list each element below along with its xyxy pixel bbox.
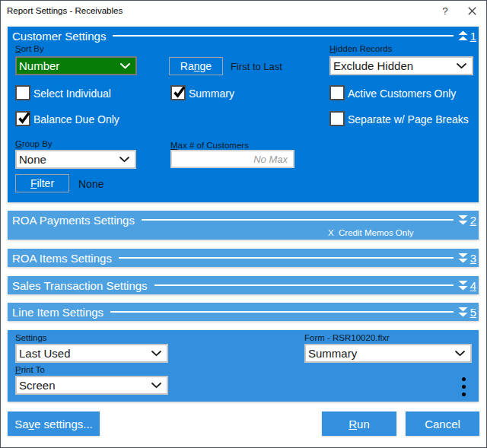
settings-select[interactable]: Last Used — [15, 344, 168, 363]
button-label: Run — [349, 418, 370, 431]
select-value: Number — [19, 59, 59, 72]
section-number[interactable]: 1 — [470, 30, 476, 43]
separate-page-breaks-checkbox[interactable] — [329, 111, 345, 126]
hidden-records-label: Hidden Records — [329, 44, 392, 53]
print-to-select[interactable]: Screen — [15, 376, 168, 395]
hidden-records-select[interactable]: Exclude Hidden — [329, 56, 473, 75]
chevron-down-icon — [455, 351, 465, 357]
select-value: None — [19, 153, 46, 166]
section-title: Line Item Settings — [12, 306, 103, 319]
max-customers-input[interactable] — [172, 151, 293, 167]
section-rule — [154, 284, 454, 286]
window-title: Report Settings - Receivables — [7, 6, 123, 15]
filter-value: None — [78, 178, 103, 190]
group-by-label: Group By — [15, 139, 53, 148]
active-customers-only-label[interactable]: Active Customers Only — [348, 87, 456, 100]
range-button[interactable]: Range — [169, 57, 223, 75]
collapse-chevron-up-icon[interactable] — [458, 30, 468, 41]
roa-payments-settings-bar: ROA Payments Settings 2 X Credit Memos O… — [8, 211, 479, 240]
sales-transaction-settings-header[interactable]: Sales Transaction Settings 4 — [8, 276, 479, 294]
line-item-settings-bar: Line Item Settings 5 — [8, 303, 479, 321]
expand-chevron-down-icon[interactable] — [458, 253, 468, 263]
roa-items-settings-bar: ROA Items Settings 3 — [8, 249, 479, 267]
sales-transaction-settings-bar: Sales Transaction Settings 4 — [8, 276, 479, 294]
more-options-button[interactable] — [460, 377, 467, 396]
max-customers-label: Max # of Customers — [170, 141, 249, 150]
max-customers-input-wrap — [170, 150, 294, 168]
summary-checkbox[interactable] — [170, 85, 186, 100]
ellipsis-dot — [462, 392, 466, 396]
roa-items-settings-header[interactable]: ROA Items Settings 3 — [8, 249, 479, 267]
button-label: Range — [180, 60, 212, 72]
report-settings-window: Report Settings - Receivables ? Customer… — [0, 0, 487, 448]
button-label: Cancel — [425, 418, 460, 431]
checkmark-icon — [171, 84, 188, 100]
select-individual-checkbox[interactable] — [15, 85, 30, 100]
section-title: ROA Items Settings — [12, 252, 112, 265]
select-value: Exclude Hidden — [333, 59, 413, 72]
settings-label: Settings — [15, 333, 47, 342]
range-value: First to Last — [231, 61, 282, 72]
section-rule — [142, 219, 454, 221]
chevron-down-icon — [151, 351, 161, 357]
expand-chevron-down-icon[interactable] — [458, 214, 468, 225]
section-number[interactable]: 4 — [470, 279, 476, 292]
help-button[interactable]: ? — [433, 1, 457, 21]
chevron-down-icon — [120, 63, 130, 69]
expand-chevron-down-icon[interactable] — [458, 307, 468, 317]
customer-settings-header[interactable]: Customer Settings 1 — [8, 27, 479, 45]
close-icon — [468, 7, 476, 15]
print-to-label: Print To — [15, 365, 45, 374]
chevron-down-icon — [119, 157, 129, 163]
output-settings-panel: Settings Last Used Form - RSR10020.flxr … — [8, 330, 479, 402]
close-button[interactable] — [460, 1, 484, 21]
credit-memos-note: X Credit Memos Only — [328, 228, 413, 237]
group-by-select[interactable]: None — [15, 150, 136, 169]
form-select[interactable]: Summary — [304, 344, 472, 363]
balance-due-only-checkbox[interactable] — [15, 111, 30, 126]
select-value: Screen — [19, 379, 56, 392]
section-title: Customer Settings — [12, 30, 106, 43]
section-number[interactable]: 2 — [470, 214, 476, 227]
ellipsis-dot — [462, 377, 466, 381]
section-title: ROA Payments Settings — [12, 214, 135, 227]
section-number[interactable]: 3 — [470, 252, 476, 265]
section-rule — [110, 311, 454, 313]
separate-page-breaks-label[interactable]: Separate w/ Page Breaks — [348, 113, 469, 126]
run-button[interactable]: Run — [322, 411, 396, 436]
roa-payments-settings-header[interactable]: ROA Payments Settings 2 — [8, 211, 479, 229]
filter-button[interactable]: Filter — [15, 174, 69, 192]
section-title: Sales Transaction Settings — [12, 279, 148, 292]
active-customers-only-checkbox[interactable] — [329, 85, 345, 100]
titlebar: Report Settings - Receivables ? — [1, 1, 486, 23]
cancel-button[interactable]: Cancel — [406, 411, 479, 436]
sort-by-select[interactable]: Number — [15, 56, 137, 75]
checkmark-icon — [16, 110, 33, 126]
button-label: Filter — [30, 177, 54, 189]
line-item-settings-header[interactable]: Line Item Settings 5 — [8, 303, 479, 321]
chevron-down-icon — [457, 63, 466, 69]
section-rule — [113, 35, 453, 37]
button-label: Save settings... — [14, 418, 93, 431]
chevron-down-icon — [151, 383, 161, 389]
select-individual-label[interactable]: Select Individual — [33, 87, 111, 100]
ellipsis-dot — [462, 385, 466, 389]
balance-due-only-label[interactable]: Balance Due Only — [33, 113, 119, 126]
form-label: Form - RSR10020.flxr — [304, 333, 390, 342]
customer-settings-panel: Customer Settings 1 Sort By Number Range… — [8, 27, 479, 202]
expand-chevron-down-icon[interactable] — [458, 280, 468, 291]
section-rule — [119, 257, 454, 259]
save-settings-button[interactable]: Save settings... — [8, 411, 100, 436]
summary-label[interactable]: Summary — [189, 87, 234, 100]
section-number[interactable]: 5 — [470, 306, 476, 319]
select-value: Last Used — [19, 347, 71, 360]
select-value: Summary — [308, 347, 357, 360]
sort-by-label: Sort By — [15, 44, 44, 53]
